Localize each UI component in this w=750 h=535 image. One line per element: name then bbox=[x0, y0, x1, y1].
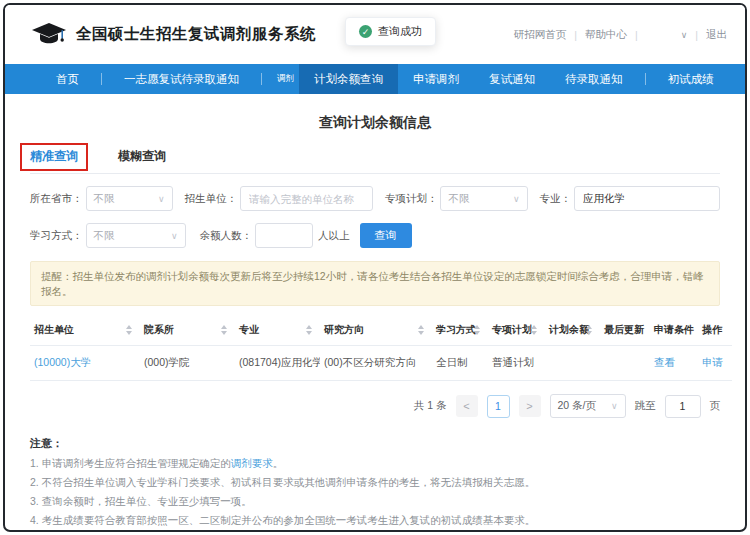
balance-count-label: 余额人数： bbox=[200, 229, 253, 243]
nav-pending-admission-notice[interactable]: 待录取通知 bbox=[550, 64, 638, 94]
view-conditions-link[interactable]: 查看 bbox=[654, 356, 675, 368]
balance-count-suffix: 人以上 bbox=[318, 229, 350, 243]
app-header: 全国硕士生招生复试调剂服务系统 ✓ 查询成功 研招网首页 | 帮助中心 | ∨ … bbox=[5, 5, 745, 64]
nav-retest-notice[interactable]: 复试通知 bbox=[474, 64, 550, 94]
nav-plan-balance-query[interactable]: 计划余额查询 bbox=[299, 64, 398, 94]
col-header-major: 专业 bbox=[235, 315, 320, 346]
link-separator: | bbox=[574, 29, 577, 41]
cell-last-update bbox=[600, 346, 650, 381]
col-header-special-plan: 专项计划 bbox=[488, 315, 545, 346]
sort-icon[interactable] bbox=[221, 325, 227, 335]
link-logout[interactable]: 退出 bbox=[706, 28, 727, 42]
unit-link[interactable]: (10000)大学 bbox=[34, 356, 91, 368]
pagination: 共 1 条 < 1 > 20 条/页 ∨ 跳至 页 bbox=[30, 394, 720, 418]
query-button[interactable]: 查询 bbox=[360, 223, 412, 248]
col-header-apply-condition: 申请条件 bbox=[650, 315, 698, 346]
nav-group-tiaoji-label: 调剂 bbox=[269, 64, 299, 94]
jump-suffix: 页 bbox=[710, 399, 721, 413]
user-menu[interactable]: ∨ bbox=[646, 30, 688, 40]
note-1-suffix: 。 bbox=[273, 457, 284, 469]
cell-plan-balance bbox=[545, 346, 600, 381]
province-select[interactable]: 不限 ∨ bbox=[86, 186, 173, 211]
notes-section: 注意： 1. 申请调剂考生应符合招生管理规定确定的调剂要求。 2. 不符合招生单… bbox=[30, 434, 720, 532]
app-window: 全国硕士生招生复试调剂服务系统 ✓ 查询成功 研招网首页 | 帮助中心 | ∨ … bbox=[3, 3, 747, 532]
note-1-text: 1. 申请调剂考生应符合招生管理规定确定的 bbox=[30, 457, 231, 469]
prev-page-button[interactable]: < bbox=[456, 395, 478, 417]
chevron-down-icon: ∨ bbox=[158, 194, 165, 204]
pagination-total: 共 1 条 bbox=[414, 399, 447, 413]
col-header-college: 院系所 bbox=[140, 315, 235, 346]
tab-precise-query[interactable]: 精准查询 bbox=[20, 143, 88, 171]
apply-link[interactable]: 申请 bbox=[702, 356, 723, 368]
toast-text: 查询成功 bbox=[378, 24, 422, 39]
cell-study-mode: 全日制 bbox=[432, 346, 488, 381]
page-size-value: 20 条/页 bbox=[558, 399, 597, 413]
nav-apply-tiaoji[interactable]: 申请调剂 bbox=[398, 64, 474, 94]
study-mode-select-value: 不限 bbox=[94, 229, 115, 243]
graduation-cap-icon bbox=[31, 22, 67, 48]
app-title: 全国硕士生招生复试调剂服务系统 bbox=[76, 24, 316, 45]
nav-divider bbox=[261, 73, 262, 85]
tab-fuzzy-query[interactable]: 模糊查询 bbox=[118, 148, 166, 165]
link-separator: | bbox=[695, 29, 698, 41]
cell-college: (000)学院 bbox=[140, 346, 235, 381]
jump-label: 跳至 bbox=[635, 399, 656, 413]
balance-count-input[interactable] bbox=[255, 223, 313, 248]
cell-major: (081704)应用化学 bbox=[235, 346, 320, 381]
nav-first-choice-admission-notice[interactable]: 一志愿复试待录取通知 bbox=[109, 64, 254, 94]
unit-label: 招生单位： bbox=[185, 192, 238, 206]
study-mode-select[interactable]: 不限 ∨ bbox=[86, 223, 186, 248]
special-plan-label: 专项计划： bbox=[385, 192, 438, 206]
nav-divider bbox=[101, 73, 102, 85]
link-help-center[interactable]: 帮助中心 bbox=[585, 28, 627, 42]
toast-query-success: ✓ 查询成功 bbox=[345, 17, 436, 46]
page-size-select[interactable]: 20 条/页 ∨ bbox=[550, 394, 626, 418]
note-line-3: 3. 查询余额时，招生单位、专业至少填写一项。 bbox=[30, 492, 720, 511]
results-table: 招生单位 院系所 专业 研究方向 学习方式 专项计划 计划余额 最后更新 bbox=[30, 315, 732, 381]
col-header-study-mode: 学习方式 bbox=[432, 315, 488, 346]
query-form-row-1: 所在省市： 不限 ∨ 招生单位： 专项计划： 不限 ∨ 专业： bbox=[30, 186, 720, 211]
sort-icon[interactable] bbox=[531, 325, 537, 335]
tiaoji-requirements-link[interactable]: 调剂要求 bbox=[231, 457, 273, 469]
sort-icon[interactable] bbox=[306, 325, 312, 335]
reminder-notice: 提醒：招生单位发布的调剂计划余额每次更新后将至少持续12小时，请各位考生结合各招… bbox=[30, 261, 720, 306]
chevron-down-icon: ∨ bbox=[681, 30, 688, 40]
cell-direction: (00)不区分研究方向 bbox=[320, 346, 432, 381]
province-select-value: 不限 bbox=[94, 192, 115, 206]
chevron-down-icon: ∨ bbox=[513, 194, 520, 204]
major-input[interactable] bbox=[574, 186, 720, 211]
success-check-icon: ✓ bbox=[359, 25, 372, 38]
note-line-4: 4. 考生成绩要符合教育部按照一区、二区制定并公布的参加全国统一考试考生进入复试… bbox=[30, 511, 720, 530]
top-links: 研招网首页 | 帮助中心 | ∨ | 退出 bbox=[514, 28, 727, 42]
nav-initial-exam-score[interactable]: 初试成绩 bbox=[653, 64, 729, 94]
cell-special-plan: 普通计划 bbox=[488, 346, 545, 381]
unit-input[interactable] bbox=[240, 186, 373, 211]
sort-icon[interactable] bbox=[474, 325, 480, 335]
nav-home[interactable]: 首页 bbox=[41, 64, 94, 94]
query-form-row-2: 学习方式： 不限 ∨ 余额人数： 人以上 查询 bbox=[30, 223, 720, 248]
link-yanzhao-home[interactable]: 研招网首页 bbox=[514, 28, 567, 42]
link-separator: | bbox=[635, 29, 638, 41]
col-header-direction: 研究方向 bbox=[320, 315, 432, 346]
major-label: 专业： bbox=[539, 192, 571, 206]
brand: 全国硕士生招生复试调剂服务系统 bbox=[31, 22, 316, 48]
note-line-2: 2. 不符合招生单位调入专业学科门类要求、初试科目要求或其他调剂申请条件的考生，… bbox=[30, 473, 720, 492]
col-header-unit: 招生单位 bbox=[30, 315, 140, 346]
sort-icon[interactable] bbox=[586, 325, 592, 335]
sort-icon[interactable] bbox=[126, 325, 132, 335]
col-header-plan-balance: 计划余额 bbox=[545, 315, 600, 346]
notes-title: 注意： bbox=[30, 434, 720, 454]
special-plan-select-value: 不限 bbox=[448, 192, 469, 206]
chevron-down-icon: ∨ bbox=[611, 401, 618, 411]
table-row: (10000)大学 (000)学院 (081704)应用化学 (00)不区分研究… bbox=[30, 346, 732, 381]
page-1-button[interactable]: 1 bbox=[487, 395, 510, 418]
chevron-down-icon: ∨ bbox=[171, 231, 178, 241]
jump-page-input[interactable] bbox=[665, 395, 701, 418]
sort-icon[interactable] bbox=[418, 325, 424, 335]
special-plan-select[interactable]: 不限 ∨ bbox=[440, 186, 527, 211]
next-page-button[interactable]: > bbox=[519, 395, 541, 417]
col-header-operation: 操作 bbox=[698, 315, 732, 346]
province-label: 所在省市： bbox=[30, 192, 83, 206]
note-line-4a: 一区包括北京、天津、河北、山西、辽宁、吉林、黑龙江、上海、江苏、浙江、安徽、福建… bbox=[30, 530, 720, 532]
note-line-1: 1. 申请调剂考生应符合招生管理规定确定的调剂要求。 bbox=[30, 454, 720, 473]
